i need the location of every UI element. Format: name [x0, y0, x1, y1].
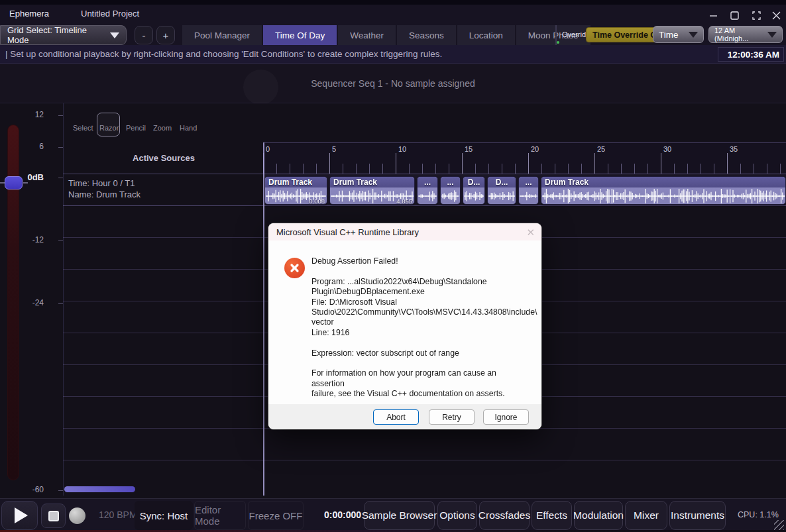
dialog-footer: AbortRetryIgnore [268, 404, 541, 429]
play-icon [15, 507, 28, 523]
clip-header: ... [418, 177, 437, 187]
zoom-out-button[interactable]: - [135, 26, 153, 44]
minimize-icon [709, 11, 718, 20]
clip-label: Drum Track [545, 178, 589, 187]
bottom-button-sample-browser[interactable]: Sample Browser [364, 501, 435, 530]
stop-button[interactable] [41, 504, 66, 528]
db-label-6: 6 [24, 142, 44, 151]
abort-button[interactable]: Abort [373, 409, 419, 425]
time-value-dropdown[interactable]: 12 AM (Midnigh... [708, 26, 783, 43]
clip-time-label: 4.855 [396, 197, 412, 205]
time-display: 0:00:000 [324, 509, 361, 520]
tool-razor[interactable]: Razor [99, 124, 119, 132]
maximize-icon [730, 11, 739, 20]
stop-icon [48, 511, 59, 521]
zoom-in-label: + [163, 30, 169, 41]
ruler-tick-minor [780, 164, 781, 174]
ruler-tick-minor [409, 164, 410, 174]
ruler-tick-major [329, 153, 330, 174]
waveform [542, 188, 785, 204]
top-strip [0, 0, 786, 5]
retry-button[interactable]: Retry [429, 409, 475, 425]
clip-waveform-area [519, 187, 538, 205]
tab-location[interactable]: Location [457, 25, 515, 45]
sync-mode[interactable]: Sync: Host [135, 501, 193, 530]
clip-drum-track-7[interactable]: Drum Track [541, 176, 786, 205]
tool-pencil[interactable]: Pencil [126, 124, 146, 132]
track-name: Name: Drum Track [68, 189, 140, 200]
ruler-tick-minor [754, 164, 754, 174]
clip-label: ... [424, 178, 431, 187]
ruler-tick-minor [316, 164, 317, 174]
close-button[interactable] [767, 7, 785, 24]
clip-d-4[interactable]: D... [463, 176, 485, 205]
editor-mode-toggle[interactable]: Editor Mode [194, 501, 246, 530]
bottom-button-modulation[interactable]: Modulation [574, 501, 623, 530]
freeze-toggle[interactable]: Freeze OFF [248, 501, 304, 530]
track-info[interactable]: Time: Hour 0 / T1 Name: Drum Track [68, 178, 140, 200]
ruler-tick-minor [475, 164, 476, 174]
clip--6[interactable]: ... [518, 176, 539, 205]
waveform [441, 188, 459, 204]
ruler-tick-minor [608, 164, 608, 174]
category-tabs: Pool ManagerTime Of DayWeatherSeasonsLoc… [182, 25, 590, 45]
clip-header: D... [488, 177, 516, 187]
bottom-button-options[interactable]: Options [437, 501, 477, 530]
maximize-button[interactable] [726, 7, 743, 24]
bottom-button-crossfades[interactable]: Crossfades [479, 501, 530, 530]
record-button[interactable] [69, 507, 85, 524]
fullscreen-button[interactable] [748, 7, 765, 24]
tool-select[interactable]: Select [73, 124, 93, 132]
timeline-ruler[interactable]: 05101520253035 [264, 142, 786, 174]
clip-d-5[interactable]: D... [487, 176, 516, 205]
ignore-button[interactable]: Ignore [483, 409, 529, 425]
chevron-down-icon [110, 32, 119, 38]
ruler-number: 35 [730, 145, 738, 153]
minimize-button[interactable] [704, 7, 722, 24]
tab-weather[interactable]: Weather [338, 25, 396, 45]
time-mode-dropdown[interactable]: Time [653, 26, 704, 43]
ruler-tick-minor [621, 164, 622, 174]
clip--3[interactable]: ... [440, 176, 461, 205]
grid-row-line [63, 460, 786, 460]
db-label-12: 12 [24, 110, 44, 119]
play-button[interactable] [1, 501, 38, 530]
clip-drum-track-1[interactable]: Drum Track4.855 [329, 176, 415, 205]
grid-select-dropdown[interactable]: Grid Select: Timeline Mode [0, 25, 127, 45]
resize-grip[interactable] [774, 520, 784, 530]
zoom-in-button[interactable]: + [156, 26, 175, 44]
tool-zoom[interactable]: Zoom [153, 124, 172, 132]
horizontal-scrollbar[interactable] [64, 486, 135, 492]
clip-drum-track-0[interactable]: Drum Track0.008 [264, 176, 327, 205]
ruler-tick-major [462, 153, 463, 174]
ruler-tick-minor [382, 164, 383, 174]
tab-time-of-day[interactable]: Time Of Day [263, 25, 337, 45]
dialog-title-bar[interactable]: Microsoft Visual C++ Runtime Library [268, 223, 541, 240]
ruler-tick-minor [515, 164, 516, 174]
bottom-button-mixer[interactable]: Mixer [625, 501, 667, 530]
time-mode-value: Time [659, 30, 679, 40]
tab-seasons[interactable]: Seasons [397, 25, 456, 45]
ruler-tick-major [727, 153, 728, 174]
active-sources-header: Active Sources [64, 142, 264, 174]
tab-pool-manager[interactable]: Pool Manager [182, 25, 262, 45]
track-time: Time: Hour 0 / T1 [68, 178, 140, 189]
clip--2[interactable]: ... [417, 176, 438, 205]
volume-fader-handle[interactable] [5, 176, 23, 189]
bpm-display: 120 BPM [99, 509, 137, 520]
ruler-tick-minor [303, 164, 304, 174]
waveform [464, 188, 484, 204]
app-window: Ephemera Untitled Project Grid Select: T… [0, 0, 786, 532]
ruler-tick-minor [488, 164, 489, 174]
db-label-12: -12 [24, 235, 44, 244]
title-bar: Ephemera Untitled Project [0, 5, 786, 25]
ruler-tick-minor [767, 164, 767, 174]
tool-hand[interactable]: Hand [180, 124, 197, 132]
project-name: Untitled Project [81, 9, 139, 19]
bottom-button-effects[interactable]: Effects [532, 501, 572, 530]
dialog-close-icon[interactable]: ✕ [526, 227, 535, 239]
sequencer-header: Sequencer Seq 1 - No sample assigned [0, 64, 786, 103]
ruler-number: 20 [531, 145, 539, 153]
bottom-button-instruments[interactable]: Instruments [669, 501, 726, 530]
clip-label: D... [496, 178, 508, 187]
